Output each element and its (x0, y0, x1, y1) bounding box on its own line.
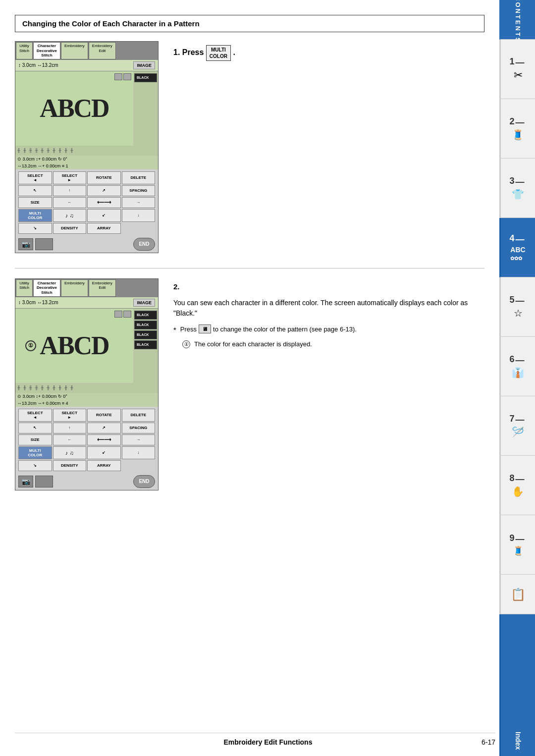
image-button-1[interactable]: IMAGE (133, 61, 155, 69)
camera-icon-2[interactable]: 📷 (18, 476, 33, 487)
multicolor-button-label[interactable]: MULTICOLOR (206, 45, 231, 61)
btn-left-2[interactable]: ← (53, 434, 87, 445)
sidebar-tab-2[interactable]: 2 — 🧵 (499, 99, 535, 159)
bottom-row-2: 📷 END (15, 473, 158, 490)
image-button-2[interactable]: IMAGE (133, 299, 155, 307)
tab-6-number: 6 (509, 354, 514, 365)
btn-music-1[interactable]: ♪ ♫ (53, 209, 87, 222)
btn-upright-2[interactable]: ↗ (87, 423, 121, 433)
sidebar-tab-4[interactable]: 4 — ABC✿✿✿ (499, 218, 535, 277)
nav-character-2[interactable]: CharacterDecorativeStitch (33, 279, 60, 297)
btn-center-1[interactable]: ⟵⟶ (87, 197, 121, 208)
btn-up-1[interactable]: ↑ (53, 185, 87, 196)
step1-section: UtilityStitch CharacterDecorativeStitch … (15, 41, 484, 253)
btn-spacing-2[interactable]: SPACING (122, 423, 156, 433)
tab-3-number: 3 (509, 176, 514, 186)
nav-embroidery-edit-1[interactable]: EmbroideryEdit (89, 42, 116, 59)
notes-icon: 📋 (511, 588, 526, 601)
color-strip-black-c: BLACK (134, 330, 157, 339)
btn-size-1[interactable]: SIZE (18, 197, 52, 208)
nav-tabs-2: UtilityStitch CharacterDecorativeStitch … (15, 279, 158, 297)
page-footer: Embroidery Edit Functions 6-17 (15, 733, 495, 746)
end-button-2[interactable]: END (133, 475, 155, 488)
measurement-text-2: ↕ 3.0cm ↔13.2cm (18, 300, 58, 305)
btn-down-1[interactable]: ↓ (122, 209, 156, 222)
btn-right-2[interactable]: → (122, 434, 156, 445)
color-label-a: BLACK (137, 313, 149, 317)
tab-1-number: 1 (509, 56, 514, 67)
btn-select-right-2[interactable]: SELECT► (53, 409, 87, 422)
sidebar-tab-index[interactable]: Index (499, 614, 535, 756)
btn-music-2[interactable]: ♪ ♫ (53, 446, 87, 459)
sidebar-tab-notes[interactable]: 📋 (499, 575, 535, 614)
tab-2-number: 2 (509, 116, 514, 127)
btn-upleft-2[interactable]: ↖ (18, 423, 52, 433)
btn-rotate-2[interactable]: ROTATE (87, 409, 121, 422)
tab-8-number: 8 (509, 473, 514, 484)
btn-array-1[interactable]: ARRAY (87, 223, 121, 234)
btn-delete-2[interactable]: DELETE (122, 409, 156, 422)
circle-marker: ① (182, 340, 190, 348)
btn-upleft-1[interactable]: ↖ (18, 185, 52, 196)
end-button-1[interactable]: END (133, 238, 155, 251)
nav-utility-2[interactable]: UtilityStitch (16, 279, 33, 297)
btn-multicolor-1[interactable]: MULTICOLOR (18, 209, 52, 222)
main-content: Changing the Color of Each Character in … (0, 0, 499, 756)
sidebar-tab-3[interactable]: 3 — 👕 (499, 159, 535, 218)
nav-embroidery-2[interactable]: Embroidery (61, 279, 88, 297)
btn-rotate-1[interactable]: ROTATE (87, 171, 121, 184)
sidebar-tab-5[interactable]: 5 — ☆ (499, 277, 535, 337)
sidebar-tab-contents[interactable]: CONTENTS (499, 0, 535, 40)
color-label-d: BLACK (137, 343, 149, 346)
grid-icon-2 (35, 476, 53, 487)
btn-density-2[interactable]: DENSITY (53, 460, 87, 471)
camera-icon-1[interactable]: 📷 (18, 238, 33, 250)
btn-downright-2[interactable]: ↘ (18, 460, 52, 471)
sidebar-tab-9[interactable]: 9 — 🧵 (499, 515, 535, 575)
nav-embroidery-1[interactable]: Embroidery (61, 42, 88, 59)
btn-downright-1[interactable]: ↘ (18, 223, 52, 234)
btn-right-1[interactable]: → (122, 197, 156, 208)
info-row1-1: ⊙ 3.0cm ↕+ 0.00cm ↻ 0° (17, 157, 67, 162)
color-strips-1: BLACK (133, 71, 158, 146)
btn-down-2[interactable]: ↓ (122, 446, 156, 459)
btn-up-2[interactable]: ↑ (53, 423, 87, 433)
small-icon-3 (114, 311, 122, 318)
sidebar-tab-7[interactable]: 7 — 🪡 (499, 396, 535, 456)
btn-density-1[interactable]: DENSITY (53, 223, 87, 234)
tab-7-icon: 🪡 (512, 426, 524, 438)
pattern-button[interactable]: 🖥 (199, 324, 211, 333)
btn-array-2[interactable]: ARRAY (87, 460, 121, 471)
step1-number: 1. Press MULTICOLOR . (173, 45, 484, 61)
btn-center-2[interactable]: ⟵⟶ (87, 434, 121, 445)
btn-delete-1[interactable]: DELETE (122, 171, 156, 184)
btn-left-1[interactable]: ← (53, 197, 87, 208)
sidebar-tab-8[interactable]: 8 — ✋ (499, 456, 535, 515)
btn-select-right-1[interactable]: SELECT► (53, 171, 87, 184)
screen-display-1: ABCD (15, 71, 133, 146)
camera-area-2: 📷 (18, 476, 53, 487)
tab-1-icon: ✂ (514, 69, 523, 82)
nav-embroidery-edit-2[interactable]: EmbroideryEdit (89, 279, 116, 297)
nav-utility-1[interactable]: UtilityStitch (16, 42, 33, 59)
btn-spacing-1[interactable]: SPACING (122, 185, 156, 196)
btn-downleft-2[interactable]: ↙ (87, 446, 121, 459)
sidebar-tab-1[interactable]: 1 — ✂ (499, 40, 535, 99)
tab-7-number: 7 (509, 414, 514, 424)
top-right-icons-2 (114, 311, 131, 318)
note-section: * Press 🖥 to change the color of the pat… (173, 324, 484, 349)
info-row2-1: ↔13.2cm ↔+ 0.00cm ≡ 1 (17, 163, 68, 168)
btn-select-left-2[interactable]: SELECT◄ (18, 409, 52, 422)
info-bar-1: ⊙ 3.0cm ↕+ 0.00cm ↻ 0° (15, 156, 158, 162)
tab-4-icon: ABC✿✿✿ (510, 246, 525, 262)
nav-character-1[interactable]: CharacterDecorativeStitch (33, 42, 60, 59)
index-label: Index (514, 732, 522, 750)
btn-multicolor-2[interactable]: MULTICOLOR (18, 446, 52, 459)
divider (15, 268, 484, 269)
button-grid-2: SELECT◄ SELECT► ROTATE DELETE ↖ ↑ ↗ SPAC… (15, 407, 158, 473)
sidebar-tab-6[interactable]: 6 — 👔 (499, 337, 535, 396)
btn-size-2[interactable]: SIZE (18, 434, 52, 445)
btn-downleft-1[interactable]: ↙ (87, 209, 121, 222)
btn-upright-1[interactable]: ↗ (87, 185, 121, 196)
btn-select-left-1[interactable]: SELECT◄ (18, 171, 52, 184)
